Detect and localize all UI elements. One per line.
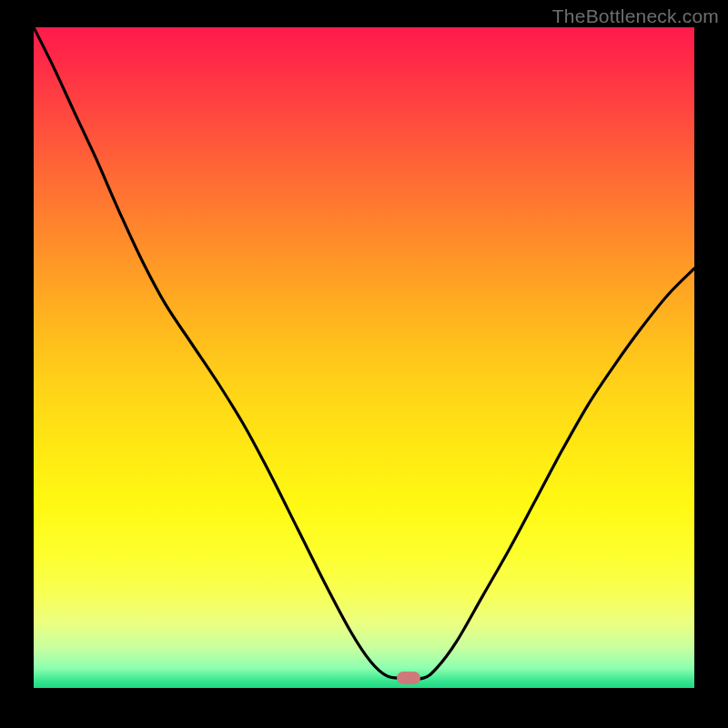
curve-svg <box>34 27 694 688</box>
optimal-point-marker <box>397 672 420 684</box>
chart-frame: TheBottleneck.com <box>0 0 728 728</box>
plot-area <box>34 27 694 688</box>
watermark-text: TheBottleneck.com <box>552 5 719 27</box>
bottleneck-curve-path <box>34 27 694 679</box>
